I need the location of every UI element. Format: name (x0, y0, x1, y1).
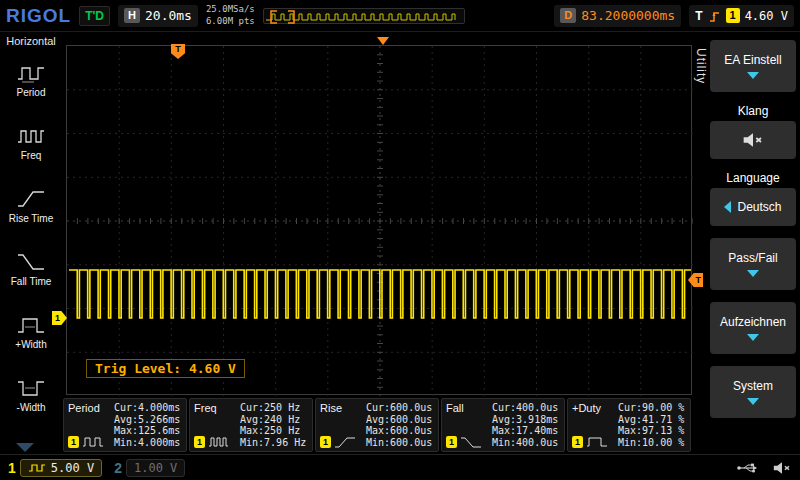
acquisition-info: 25.0MSa/s 6.00M pts (206, 4, 255, 27)
chevron-down-icon (747, 72, 759, 79)
chevron-down-icon (747, 398, 759, 405)
rise-glyph-icon (334, 436, 356, 448)
channel1-waveform (67, 46, 693, 396)
measurement-avg: Avg:240 Hz (240, 414, 308, 425)
measurement-max: Max:600.0us (366, 425, 434, 436)
sample-rate: 25.0MSa/s (206, 4, 255, 14)
channel2-scale-box: 1.00 V (126, 459, 185, 477)
measurement-channel-badge: 1 (320, 436, 331, 448)
channel2-number: 2 (114, 460, 122, 476)
measure-item-rise-time[interactable]: Rise Time (2, 174, 60, 237)
measurement-min: Min:4.000ms (114, 437, 182, 448)
measurement-channel-badge: 1 (446, 436, 457, 448)
freq-icon (15, 124, 47, 148)
measure-item-label: -Width (17, 403, 46, 414)
measurement-cur: Cur:250 Hz (240, 402, 308, 413)
measurement-name: Fall (446, 402, 488, 414)
measure-item-label: Fall Time (11, 277, 52, 288)
channel1-offset-marker[interactable]: 1 (52, 311, 67, 325)
chevron-down-icon (747, 270, 759, 277)
channel1-number: 1 (8, 460, 16, 476)
language-value: Deutsch (737, 200, 781, 214)
duty-glyph-icon (586, 436, 608, 448)
softkey-klang[interactable]: Klang (710, 104, 796, 159)
horizontal-scale-group[interactable]: H 20.0ms (118, 5, 198, 27)
measurement-channel-badge: 1 (572, 436, 583, 448)
softkey-ea-einstell[interactable]: EA Einstell (710, 40, 796, 92)
measurement-name: +Duty (572, 402, 614, 414)
delay-group[interactable]: D 83.2000000ms (554, 5, 681, 27)
measurement-cur: Cur:400.0us (492, 402, 560, 413)
softkey-language[interactable]: Language Deutsch (710, 171, 796, 226)
measure-item-label: +Width (15, 340, 46, 351)
measurement-avg: Avg:600.0us (366, 414, 434, 425)
channel2-status[interactable]: 2 1.00 V (114, 459, 185, 477)
channel1-status[interactable]: 1 5.00 V (8, 459, 102, 477)
period-glyph-icon (82, 436, 104, 448)
chevron-down-icon (747, 334, 759, 341)
channel2-scale: 1.00 V (134, 461, 177, 475)
measure-item-pos-width[interactable]: +Width (2, 300, 60, 363)
softkey-pass-fail[interactable]: Pass/Fail (710, 238, 796, 290)
measurement-max: Max:250 Hz (240, 425, 308, 436)
softkey-aufzeichnen[interactable]: Aufzeichnen (710, 302, 796, 354)
right-softkey-menu: Utility EA Einstell Klang Language Deuts… (692, 32, 800, 454)
measurement-bar: Period 1 Cur:4.000ms Avg:5.266ms Max:125… (63, 398, 691, 452)
measurement-panel-freq: Freq 1 Cur:250 Hz Avg:240 Hz Max:250 Hz … (189, 398, 313, 452)
measurement-avg: Avg:41.71 % (618, 414, 686, 425)
waveform-display-area (66, 45, 692, 395)
channel1-scale-box: 5.00 V (20, 459, 102, 477)
bottom-channel-bar: 1 5.00 V 2 1.00 V (0, 454, 800, 480)
klang-value-box[interactable] (710, 121, 796, 159)
rise-time-icon (15, 187, 47, 211)
trigger-group[interactable]: T 1 4.60 V (689, 5, 794, 27)
trig-level-message: Trig Level: 4.60 V (86, 359, 245, 378)
menu-scroll-down-icon[interactable] (16, 443, 34, 452)
delay-value: 83.2000000ms (581, 8, 675, 23)
measure-item-label: Period (17, 88, 46, 99)
delay-position-icon[interactable] (377, 37, 389, 45)
fall-glyph-icon (460, 436, 482, 448)
measurement-panel-duty: +Duty 1 Cur:90.00 % Avg:41.71 % Max:97.1… (567, 398, 691, 452)
measurement-min: Min:600.0us (366, 437, 434, 448)
menu-title-utility: Utility (694, 48, 708, 84)
measurement-cur: Cur:90.00 % (618, 402, 686, 413)
left-measure-menu: Horizontal Period Freq Rise Time Fall Ti… (0, 32, 62, 454)
trigger-label: T (695, 9, 702, 23)
measure-item-neg-width[interactable]: -Width (2, 363, 60, 426)
measurement-cur: Cur:600.0us (366, 402, 434, 413)
horizontal-label: H (124, 8, 140, 23)
channel1-scale: 5.00 V (51, 461, 94, 475)
left-menu-title: Horizontal (6, 35, 56, 47)
preview-waveform (264, 9, 464, 25)
measurement-panel-period: Period 1 Cur:4.000ms Avg:5.266ms Max:125… (63, 398, 187, 452)
pos-width-icon (15, 313, 47, 337)
freq-glyph-icon (208, 436, 230, 448)
measurement-min: Min:7.96 Hz (240, 437, 308, 448)
measurement-max: Max:97.13 % (618, 425, 686, 436)
memory-depth: 6.00M pts (206, 16, 255, 26)
softkey-system[interactable]: System (710, 366, 796, 418)
measurement-avg: Avg:5.266ms (114, 414, 182, 425)
measurement-name: Rise (320, 402, 362, 414)
measure-item-label: Freq (21, 151, 42, 162)
rigol-logo: RIGOL (6, 5, 71, 27)
rising-edge-icon (708, 9, 721, 23)
measurement-channel-badge: 1 (68, 436, 79, 448)
usb-icon (736, 462, 760, 474)
measure-item-freq[interactable]: Freq (2, 111, 60, 174)
period-icon (15, 61, 47, 85)
language-value-box[interactable]: Deutsch (710, 188, 796, 226)
measure-item-period[interactable]: Period (2, 48, 60, 111)
measurement-avg: Avg:3.918ms (492, 414, 560, 425)
measurement-cur: Cur:4.000ms (114, 402, 182, 413)
square-wave-icon (28, 463, 46, 473)
measurement-max: Max:125.6ms (114, 425, 182, 436)
memory-waveform-preview (263, 8, 465, 24)
measurement-min: Min:10.00 % (618, 437, 686, 448)
measure-item-label: Rise Time (9, 214, 53, 225)
measurement-channel-badge: 1 (194, 436, 205, 448)
measure-item-fall-time[interactable]: Fall Time (2, 237, 60, 300)
measurement-min: Min:400.0us (492, 437, 560, 448)
top-status-bar: RIGOL T'D H 20.0ms 25.0MSa/s 6.00M pts D… (0, 0, 800, 32)
